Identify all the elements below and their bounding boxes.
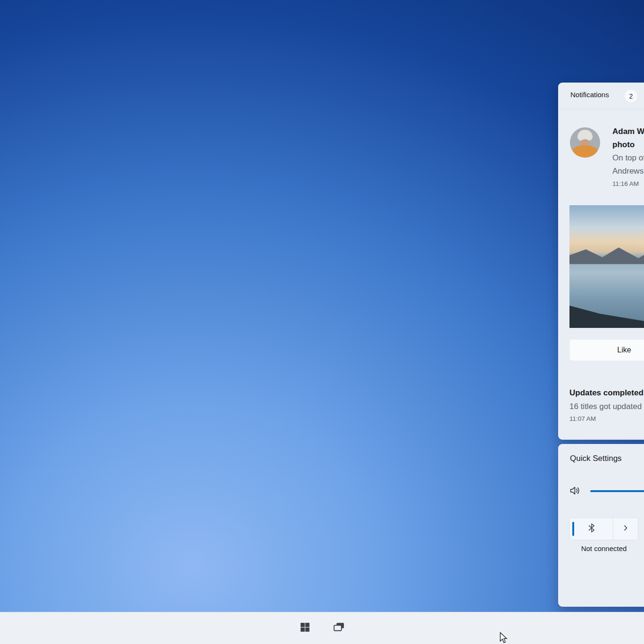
bluetooth-icon bbox=[586, 523, 597, 535]
notifications-header: Notifications 2 bbox=[558, 83, 644, 109]
updates-title: Updates completed bbox=[569, 386, 644, 400]
notification-title-line1: Adam Wilson shared a bbox=[612, 125, 644, 138]
notification-card-updates[interactable]: Updates completed 16 titles got updated … bbox=[558, 375, 644, 436]
notification-body-line1: On top of bbox=[612, 151, 644, 165]
windows-start-icon bbox=[299, 621, 311, 635]
task-view-button[interactable] bbox=[332, 621, 346, 636]
bluetooth-expand-button[interactable] bbox=[613, 518, 638, 540]
updates-text-block: Updates completed 16 titles got updated … bbox=[569, 386, 644, 422]
notification-image bbox=[569, 205, 644, 328]
like-button[interactable]: Like bbox=[569, 339, 644, 361]
bluetooth-status-label: Not connected bbox=[569, 544, 638, 552]
notification-title-line2: photo bbox=[612, 138, 644, 151]
speaker-volume-icon bbox=[569, 484, 582, 499]
notifications-title: Notifications bbox=[570, 91, 609, 99]
bluetooth-button[interactable] bbox=[570, 518, 613, 540]
updates-timestamp: 11:07 AM bbox=[569, 415, 644, 422]
notification-card-photo[interactable]: Adam Wilson shared a photo On top of And… bbox=[558, 111, 644, 361]
arrow-cursor bbox=[498, 632, 509, 644]
quick-settings-title: Quick Settings bbox=[570, 454, 622, 463]
volume-slider[interactable] bbox=[590, 485, 644, 497]
bluetooth-tile bbox=[569, 518, 638, 540]
taskbar bbox=[0, 612, 644, 644]
volume-slider-track bbox=[590, 490, 644, 493]
updates-body: 16 titles got updated bbox=[569, 400, 644, 413]
photo-shore bbox=[569, 296, 644, 328]
chevron-right-icon bbox=[621, 523, 630, 535]
volume-mute-button[interactable] bbox=[567, 484, 583, 500]
avatar-jacket bbox=[572, 145, 598, 158]
notification-count-badge: 2 bbox=[625, 90, 637, 102]
avatar bbox=[570, 127, 600, 158]
desktop-wallpaper bbox=[0, 0, 644, 644]
quick-settings-panel: Quick Settings bbox=[558, 444, 644, 607]
notification-timestamp: 11:16 AM bbox=[612, 180, 644, 187]
notifications-panel: Notifications 2 Adam Wilson shared a pho… bbox=[558, 83, 644, 440]
notification-body-line2: Andrews bbox=[612, 165, 644, 178]
notification-text-block: Adam Wilson shared a photo On top of And… bbox=[612, 125, 644, 187]
bluetooth-accent-bar bbox=[572, 522, 574, 536]
task-view-icon bbox=[333, 621, 345, 636]
start-button[interactable] bbox=[298, 621, 312, 636]
